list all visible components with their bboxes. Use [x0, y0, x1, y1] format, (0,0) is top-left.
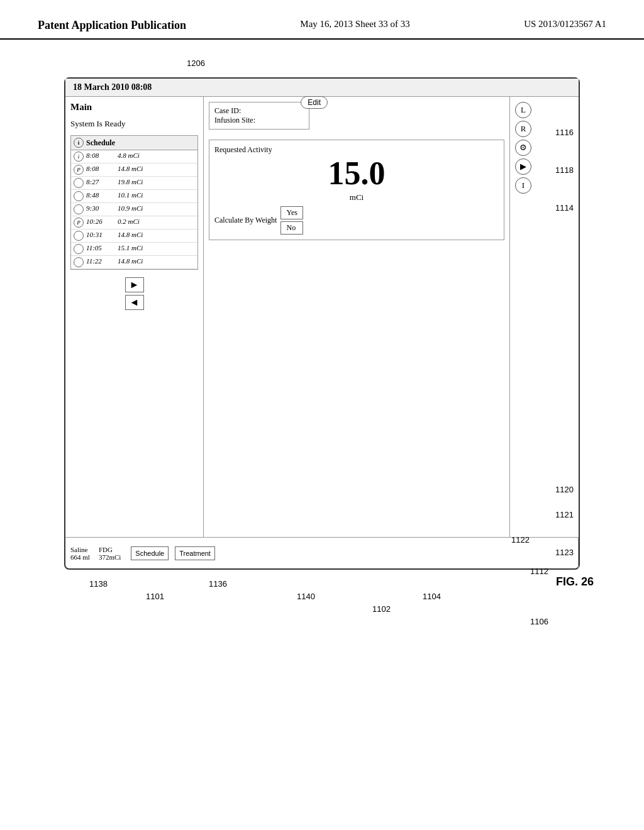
row-time: 8:08	[86, 165, 118, 175]
ref-1140: 1140	[297, 592, 315, 601]
saline-value: 664 ml	[70, 553, 90, 561]
ref-1138: 1138	[89, 579, 108, 589]
icon-btn-R[interactable]: R	[515, 121, 531, 137]
row-dose: 0.2 mCi	[118, 218, 195, 228]
ref-1101: 1101	[146, 592, 164, 601]
schedule-header: i Schedule	[71, 136, 197, 150]
case-info-section: Case ID: Infusion Site: Edit	[209, 102, 504, 130]
row-dose: 14.8 mCi	[118, 165, 195, 175]
schedule-row: 8:2719.8 mCi	[71, 177, 197, 190]
row-dose: 19.8 mCi	[118, 178, 195, 188]
schedule-tab[interactable]: Schedule	[131, 546, 169, 560]
row-icon	[74, 231, 84, 241]
device-wrapper: 1206 1208 18 March 2010 08:08 Main Syste…	[64, 77, 580, 570]
ref-1122: 1122	[511, 535, 530, 545]
row-icon	[74, 204, 84, 214]
option-yes[interactable]: Yes	[280, 206, 303, 219]
ref-1116: 1116	[555, 128, 574, 137]
device-topbar: 18 March 2010 08:08	[65, 79, 579, 97]
schedule-icon: i	[74, 138, 84, 148]
saline-label: Saline	[70, 546, 90, 553]
row-icon	[74, 178, 84, 188]
case-info-box: Case ID: Infusion Site: Edit	[209, 102, 309, 130]
radio-options: Yes No	[280, 206, 303, 235]
ref-1102: 1102	[372, 604, 391, 614]
fdg-label: FDG	[99, 546, 121, 553]
row-time: 11:22	[86, 257, 118, 267]
schedule-row: 11:0515.1 mCi	[71, 243, 197, 256]
row-time: 11:05	[86, 244, 118, 254]
bottom-left: Saline 664 ml FDG 372mCi Schedule Treatm…	[65, 538, 579, 568]
icon-btn-info[interactable]: I	[515, 177, 531, 194]
bottom-bar: Saline 664 ml FDG 372mCi Schedule Treatm…	[65, 537, 579, 568]
row-icon: i	[74, 152, 84, 162]
panel-subtitle: System Is Ready	[70, 119, 198, 129]
ref-1118: 1118	[555, 165, 574, 175]
row-dose: 14.8 mCi	[118, 257, 195, 267]
edit-button[interactable]: Edit	[301, 96, 328, 109]
row-icon	[74, 191, 84, 201]
option-no[interactable]: No	[280, 221, 303, 235]
right-panel-icons: L R ⚙ ▶ I	[513, 99, 576, 196]
main-content: 1206 1208 18 March 2010 08:08 Main Syste…	[0, 40, 644, 607]
device-body: Main System Is Ready i Schedule i8:084.8…	[65, 97, 579, 537]
row-icon	[74, 244, 84, 254]
ref-1123: 1123	[555, 548, 574, 557]
saline-info: Saline 664 ml	[70, 546, 90, 561]
row-time: 10:31	[86, 231, 118, 241]
topbar-date: 18 March 2010 08:08	[73, 82, 152, 92]
page-header: Patent Application Publication May 16, 2…	[0, 0, 644, 40]
row-time: 8:48	[86, 191, 118, 201]
ref-1106: 1106	[530, 617, 548, 626]
schedule-row: i8:084.8 mCi	[71, 150, 197, 163]
ref-1136: 1136	[209, 579, 227, 589]
arrow-right-btn[interactable]: ►	[125, 277, 144, 292]
row-dose: 4.8 mCi	[118, 152, 195, 162]
schedule-rows-container: i8:084.8 mCiP8:0814.8 mCi8:2719.8 mCi8:4…	[71, 150, 197, 269]
center-panel: Case ID: Infusion Site: Edit Requested A…	[204, 97, 509, 537]
schedule-row: 9:3010.9 mCi	[71, 203, 197, 216]
fdg-info: FDG 372mCi	[99, 546, 121, 561]
calculate-row: Calculate By Weight Yes No	[214, 206, 499, 235]
header-center: May 16, 2013 Sheet 33 of 33	[300, 19, 410, 30]
row-dose: 10.9 mCi	[118, 204, 195, 214]
row-time: 8:27	[86, 178, 118, 188]
schedule-row: P8:0814.8 mCi	[71, 163, 197, 177]
icon-btn-gear[interactable]: ⚙	[515, 140, 531, 156]
calculate-label: Calculate By Weight	[214, 216, 277, 225]
row-time: 10:26	[86, 218, 118, 228]
icon-btn-L[interactable]: L	[515, 102, 531, 118]
activity-value: 15.0	[214, 157, 499, 190]
schedule-list: i Schedule i8:084.8 mCiP8:0814.8 mCi8:27…	[70, 135, 198, 270]
ref-1120: 1120	[555, 485, 574, 494]
panel-title: Main	[70, 102, 198, 113]
activity-box: Requested Activity 15.0 mCi Calculate By…	[209, 140, 504, 240]
row-icon: P	[74, 165, 84, 175]
icon-btn-play[interactable]: ▶	[515, 158, 531, 175]
ref-1206: 1206	[187, 58, 205, 68]
row-time: 8:08	[86, 152, 118, 162]
schedule-row: 10:3114.8 mCi	[71, 230, 197, 243]
activity-label: Requested Activity	[214, 145, 499, 155]
row-icon: P	[74, 218, 84, 228]
treatment-tab[interactable]: Treatment	[175, 546, 215, 560]
right-panel: L R ⚙ ▶ I	[509, 97, 579, 537]
arrow-left-btn[interactable]: ◄	[125, 295, 144, 310]
fdg-value: 372mCi	[99, 553, 121, 561]
header-right: US 2013/0123567 A1	[524, 19, 606, 30]
schedule-row: 8:4810.1 mCi	[71, 190, 197, 203]
ref-1112: 1112	[530, 567, 548, 576]
fig-label: FIG. 26	[556, 575, 594, 589]
schedule-row: 11:2214.8 mCi	[71, 256, 197, 269]
left-panel: Main System Is Ready i Schedule i8:084.8…	[65, 97, 204, 537]
row-dose: 15.1 mCi	[118, 244, 195, 254]
row-icon	[74, 257, 84, 267]
infusion-site-label: Infusion Site:	[214, 116, 304, 125]
case-id-label: Case ID:	[214, 106, 304, 116]
schedule-title: Schedule	[86, 138, 115, 148]
row-time: 9:30	[86, 204, 118, 214]
schedule-row: P10:260.2 mCi	[71, 216, 197, 230]
ref-1121: 1121	[555, 510, 574, 519]
activity-unit: mCi	[214, 192, 499, 202]
ref-1114: 1114	[555, 203, 574, 213]
